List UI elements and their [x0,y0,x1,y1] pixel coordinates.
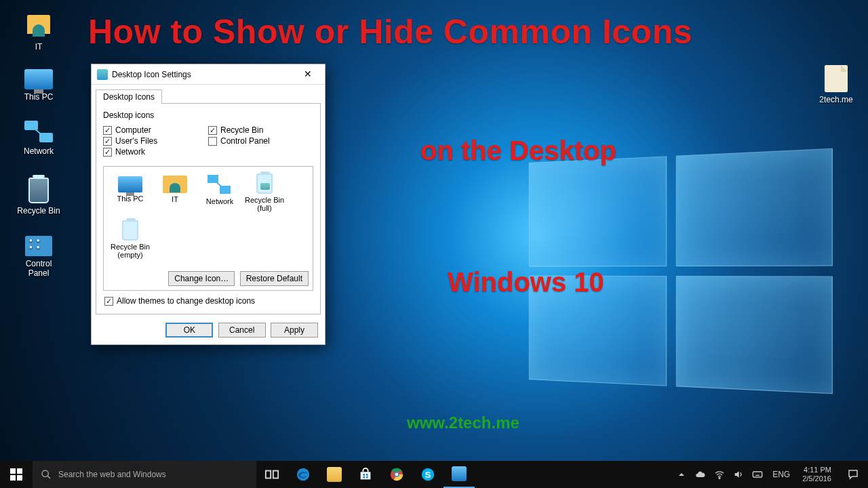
taskbar-app-file-explorer[interactable] [319,461,350,488]
search-box[interactable]: Search the web and Windows [33,461,256,488]
desktop-icon-network[interactable]: Network [12,121,65,156]
user-folder-icon [163,176,187,193]
svg-point-0 [42,470,48,476]
recycle-bin-full-icon [256,174,273,194]
taskbar-app-store[interactable] [350,461,381,488]
desktop-icon-label: Control Panel [12,259,65,278]
network-icon [208,174,232,195]
apply-button[interactable]: Apply [271,323,318,338]
dialog-title: Desktop Icon Settings [112,70,296,79]
overlay-title: How to Show or Hide Common Icons [88,12,692,52]
desktop-icon-settings-dialog: Desktop Icon Settings ✕ Desktop Icons De… [91,64,326,345]
preview-recycle-bin-empty[interactable]: Recycle Bin (empty) [109,220,151,259]
checkbox-icon [208,126,217,135]
overlay-subtitle-1: on the Desktop [420,136,616,166]
task-view-icon [264,467,279,482]
svg-rect-3 [273,471,278,479]
speaker-icon [733,469,744,480]
close-button[interactable]: ✕ [296,67,319,82]
checkbox-icon [103,126,112,135]
taskbar-app-skype[interactable]: S [412,461,443,488]
this-pc-icon [24,69,53,89]
desktop-icon-user-folder[interactable]: IT [12,9,65,52]
icon-preview-box: This PC IT Network Recycle Bin (full) Re… [103,166,313,291]
preview-recycle-bin-full[interactable]: Recycle Bin (full) [243,174,285,212]
svg-rect-15 [753,472,762,477]
checkbox-icon [208,137,217,146]
svg-text:S: S [425,470,431,480]
tray-volume[interactable] [729,461,748,488]
windows-logo-icon [10,468,22,481]
chevron-up-icon [676,469,687,480]
checkbox-control-panel[interactable]: Control Panel [208,136,313,146]
user-folder-icon [24,9,54,39]
taskbar-app-edge[interactable] [288,461,319,488]
tray-language[interactable]: ENG [767,461,795,488]
tray-onedrive[interactable] [691,461,710,488]
svg-rect-5 [363,474,365,476]
skype-icon: S [420,467,435,482]
clock-time: 4:11 PM [802,466,831,474]
change-icon-button[interactable]: Change Icon… [168,271,235,286]
desktop-icon-control-panel[interactable]: Control Panel [12,232,65,278]
start-button[interactable] [0,461,33,488]
dialog-tabstrip: Desktop Icons [92,85,325,103]
restore-default-button[interactable]: Restore Default [240,271,309,286]
store-icon [358,467,373,482]
dialog-titlebar[interactable]: Desktop Icon Settings ✕ [92,64,325,85]
checkbox-network[interactable]: Network [103,147,208,157]
checkbox-computer[interactable]: Computer [103,125,208,135]
overlay-subtitle-2: Windows 10 [448,267,604,298]
svg-rect-7 [363,476,365,479]
wifi-icon [714,469,725,480]
clock-date: 2/5/2016 [802,474,831,483]
svg-line-1 [47,476,50,479]
control-panel-icon [25,236,52,256]
svg-rect-8 [366,476,368,479]
tray-input-indicator[interactable] [748,461,767,488]
checkbox-users-files[interactable]: User's Files [103,136,208,146]
settings-app-icon [452,466,467,481]
network-icon [24,121,53,144]
task-view-button[interactable] [256,461,288,488]
taskbar-app-active[interactable] [443,461,475,488]
action-center-button[interactable] [838,461,868,488]
desktop-icon-file[interactable]: 2tech.me [810,65,863,104]
checkbox-icon [103,137,112,146]
dialog-title-icon [97,69,108,80]
svg-point-11 [395,473,398,476]
taskbar: Search the web and Windows S [0,461,868,488]
ok-button[interactable]: OK [165,323,213,338]
desktop-icon-label: This PC [12,92,65,102]
this-pc-icon [118,176,142,192]
file-icon [825,65,848,92]
desktop-icon-this-pc[interactable]: This PC [12,65,65,102]
tray-clock[interactable]: 4:11 PM 2/5/2016 [795,466,838,483]
edge-icon [296,467,311,482]
keyboard-icon [752,469,763,480]
recycle-bin-empty-icon [122,220,138,241]
cloud-icon [695,469,706,480]
chrome-icon [389,467,404,482]
notification-icon [847,468,859,481]
desktop-icon-recycle-bin[interactable]: Recycle Bin [12,176,65,216]
svg-point-14 [719,477,720,479]
taskbar-app-chrome[interactable] [381,461,412,488]
checkbox-recycle-bin[interactable]: Recycle Bin [208,125,313,135]
checkbox-allow-themes[interactable]: Allow themes to change desktop icons [104,296,312,306]
tray-show-hidden[interactable] [672,461,691,488]
desktop-icon-label: Recycle Bin [12,206,65,216]
tray-network[interactable] [710,461,729,488]
preview-this-pc[interactable]: This PC [109,174,151,212]
preview-user-folder[interactable]: IT [154,174,196,212]
dialog-footer: OK Cancel Apply [92,319,325,344]
cancel-button[interactable]: Cancel [218,323,266,338]
preview-network[interactable]: Network [199,174,241,212]
tab-desktop-icons[interactable]: Desktop Icons [96,89,162,104]
recycle-bin-icon [28,178,49,203]
search-icon [41,469,52,480]
desktop-icon-label: 2tech.me [810,95,863,104]
checkbox-icon [104,297,113,306]
desktop-icon-label: IT [12,42,65,52]
dialog-body: Desktop icons Computer User's Files Netw… [96,103,321,314]
